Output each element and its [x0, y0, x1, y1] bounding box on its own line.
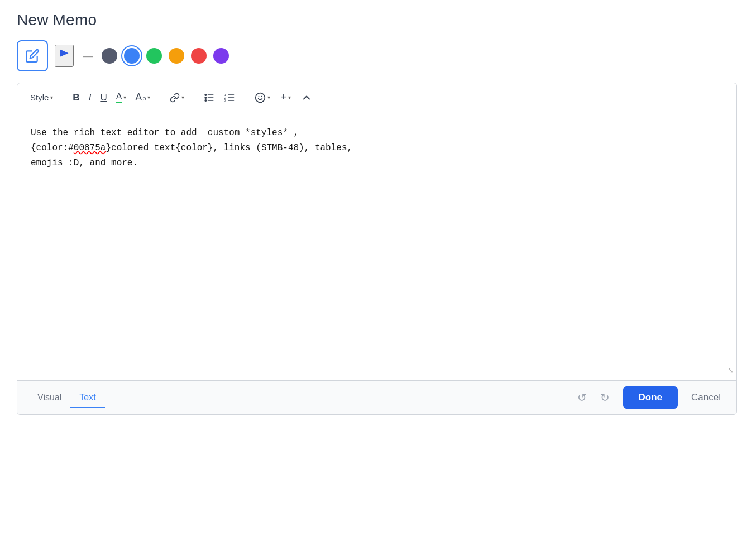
undo-button[interactable]: ↺ [573, 389, 591, 406]
style-chevron: ▾ [50, 94, 53, 100]
divider-4 [245, 90, 245, 106]
redo-button[interactable]: ↻ [596, 389, 614, 406]
font-color-button[interactable]: A ▾ [112, 89, 131, 106]
undo-redo-group: ↺ ↻ [573, 389, 614, 406]
footer-actions: ↺ ↻ Done Cancel [573, 386, 725, 409]
font-size-chevron: ▾ [147, 94, 150, 100]
editor-content-area[interactable]: Use the rich text editor to add _custom … [17, 112, 736, 380]
emoji-icon [255, 92, 266, 103]
edit-icon-button[interactable] [17, 40, 48, 71]
emoji-group: ▾ [251, 89, 274, 106]
link-button[interactable]: ▾ [166, 90, 188, 106]
collapse-group [297, 89, 316, 106]
divider-3 [194, 90, 194, 106]
collapse-button[interactable] [297, 89, 316, 106]
divider-2 [160, 90, 160, 106]
font-size-icon: Ap [135, 92, 146, 103]
color-gray[interactable] [102, 48, 117, 64]
tab-text[interactable]: Text [70, 388, 104, 408]
insert-button[interactable]: + ▾ [276, 89, 295, 106]
done-button[interactable]: Done [623, 386, 678, 409]
underline-button[interactable]: U [96, 89, 111, 106]
resize-handle[interactable]: ⤡ [728, 365, 734, 378]
style-group: Style ▾ [26, 90, 57, 105]
color-blue[interactable] [124, 48, 140, 64]
collapse-icon [301, 92, 312, 103]
svg-marker-0 [60, 50, 69, 57]
font-size-button[interactable]: Ap ▾ [131, 89, 154, 106]
style-label: Style [30, 93, 49, 102]
bold-button[interactable]: B [69, 89, 83, 106]
emoji-button[interactable]: ▾ [251, 89, 274, 106]
link-group: ▾ [166, 90, 188, 106]
svg-point-4 [205, 94, 207, 95]
color-red[interactable] [191, 48, 207, 64]
link-icon [170, 93, 180, 103]
cancel-button[interactable]: Cancel [687, 386, 725, 409]
tab-visual[interactable]: Visual [28, 388, 70, 408]
link-chevron: ▾ [181, 94, 184, 100]
color-separator: — [80, 50, 95, 62]
editor-toolbar: Style ▾ B I U A ▾ Ap ▾ [17, 83, 736, 112]
italic-button[interactable]: I [85, 89, 95, 106]
editor-footer: Visual Text ↺ ↻ Done Cancel [17, 380, 736, 414]
color-green[interactable] [146, 48, 162, 64]
emoji-chevron: ▾ [267, 94, 270, 100]
bullet-list-icon [204, 92, 215, 103]
editor-container: Style ▾ B I U A ▾ Ap ▾ [17, 83, 737, 415]
numbered-list-icon: 1 2 3 [224, 92, 235, 103]
color-yellow[interactable] [169, 48, 184, 64]
font-color-icon: A [116, 92, 122, 103]
svg-text:3: 3 [224, 98, 226, 102]
bullet-list-button[interactable] [200, 89, 219, 106]
insert-chevron: ▾ [288, 94, 291, 100]
svg-point-6 [205, 99, 207, 101]
insert-group: + ▾ [276, 89, 295, 106]
list-group: 1 2 3 [200, 89, 239, 106]
page-title: New Memo [17, 11, 739, 29]
style-dropdown[interactable]: Style ▾ [26, 90, 57, 105]
color-purple[interactable] [213, 48, 229, 64]
svg-point-13 [256, 93, 265, 102]
flag-icon-button[interactable] [55, 45, 74, 67]
font-color-chevron: ▾ [123, 94, 126, 100]
top-toolbar: — [17, 40, 739, 71]
editor-text: Use the rich text editor to add _custom … [31, 128, 352, 168]
divider-1 [63, 90, 63, 106]
svg-point-5 [205, 97, 207, 98]
format-group: B I U A ▾ Ap ▾ [69, 89, 154, 106]
insert-icon: + [280, 92, 286, 103]
numbered-list-button[interactable]: 1 2 3 [220, 89, 239, 106]
